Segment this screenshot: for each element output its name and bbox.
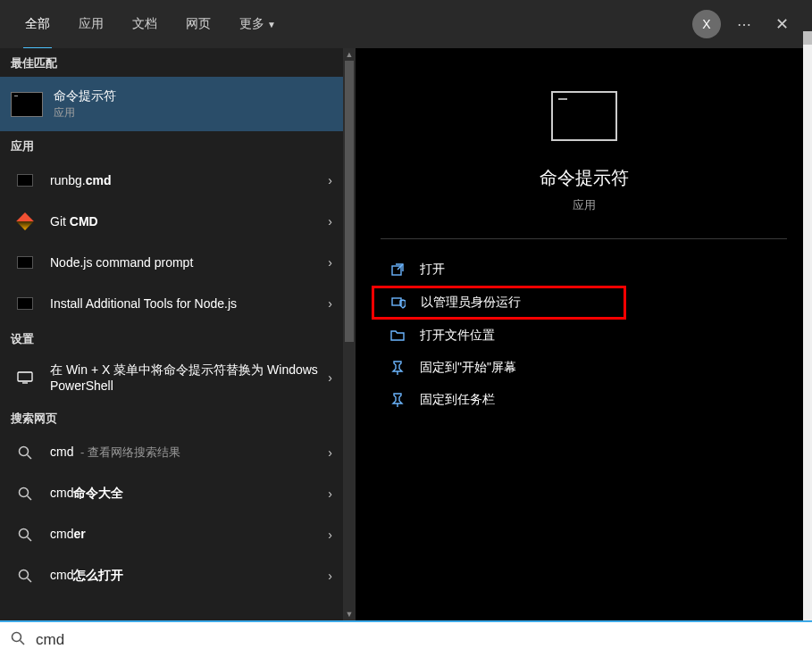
result-title: cmd怎么打开 — [50, 567, 321, 583]
chevron-right-icon: › — [328, 569, 332, 583]
svg-line-9 — [28, 578, 32, 582]
result-title: cmd - 查看网络搜索结果 — [50, 444, 321, 461]
chevron-right-icon: › — [328, 370, 332, 385]
search-icon — [11, 564, 39, 587]
result-text: runbg.cmd — [50, 172, 321, 188]
action-run-as-admin[interactable]: 以管理员身份运行 — [372, 286, 626, 320]
result-subtitle: 应用 — [54, 105, 332, 121]
action-pin-start[interactable]: 固定到"开始"屏幕 — [381, 352, 787, 384]
close-button[interactable]: ✕ — [767, 10, 796, 38]
preview-subtitle: 应用 — [573, 197, 596, 213]
result-web-cmd-howto[interactable]: cmd怎么打开 › — [0, 555, 343, 596]
cmd-icon — [11, 251, 39, 274]
actions-list: 打开 以管理员身份运行 打开文件位置 — [381, 239, 787, 416]
section-settings: 设置 — [0, 324, 343, 353]
result-text: Node.js command prompt — [50, 254, 321, 270]
tab-more[interactable]: 更多▼ — [230, 11, 285, 37]
action-pin-taskbar[interactable]: 固定到任务栏 — [381, 384, 787, 416]
open-icon — [389, 262, 406, 278]
chevron-right-icon: › — [328, 214, 332, 229]
cmd-icon — [11, 292, 39, 315]
result-title: Install Additional Tools for Node.js — [50, 295, 321, 312]
svg-point-6 — [20, 528, 29, 537]
tab-all[interactable]: 全部 — [16, 11, 59, 37]
results-scrollbar[interactable]: ▲ ▼ — [343, 48, 356, 620]
tab-web[interactable]: 网页 — [177, 11, 220, 37]
result-title: Git CMD — [50, 213, 321, 229]
result-text: cmd命令大全 — [50, 485, 321, 501]
section-apps: 应用 — [0, 131, 343, 160]
result-web-cmd-commands[interactable]: cmd命令大全 › — [0, 473, 343, 514]
section-best-match: 最佳匹配 — [0, 48, 343, 77]
scroll-down-icon[interactable]: ▼ — [343, 608, 356, 620]
scrollbar-thumb[interactable] — [345, 61, 354, 342]
action-open[interactable]: 打开 — [381, 254, 787, 286]
result-text: Git CMD — [50, 213, 321, 229]
inline-sub: - 查看网络搜索结果 — [77, 445, 180, 459]
svg-rect-0 — [18, 372, 32, 381]
svg-line-5 — [28, 495, 32, 500]
tab-apps[interactable]: 应用 — [70, 11, 113, 37]
results-list: 最佳匹配 命令提示符 应用 应用 runbg.cmd › — [0, 48, 343, 596]
chevron-right-icon: › — [328, 445, 332, 460]
result-title: 命令提示符 — [54, 87, 332, 104]
chevron-right-icon: › — [328, 528, 332, 542]
svg-line-16 — [21, 640, 25, 645]
pin-icon — [389, 392, 406, 408]
svg-line-11 — [398, 264, 403, 270]
search-icon — [11, 631, 25, 649]
result-app-gitcmd[interactable]: Git CMD › — [0, 201, 343, 242]
pin-icon — [389, 360, 406, 376]
result-title: cmder — [50, 526, 321, 542]
result-text: 命令提示符 应用 — [54, 87, 332, 121]
svg-point-2 — [20, 446, 29, 455]
action-label: 固定到"开始"屏幕 — [420, 360, 516, 376]
results-panel: 最佳匹配 命令提示符 应用 应用 runbg.cmd › — [0, 48, 356, 620]
result-app-nodejs[interactable]: Node.js command prompt › — [0, 242, 343, 283]
svg-point-8 — [20, 570, 29, 578]
result-text: cmd怎么打开 — [50, 567, 321, 583]
search-window: 全部 应用 文档 网页 更多▼ X ⋯ ✕ 最佳匹配 命令提示符 应用 — [0, 0, 812, 620]
chevron-right-icon: › — [328, 296, 332, 311]
result-app-runbg[interactable]: runbg.cmd › — [0, 160, 343, 201]
result-web-cmd[interactable]: cmd - 查看网络搜索结果 › — [0, 432, 343, 473]
chevron-right-icon: › — [328, 487, 332, 501]
result-title: 在 Win + X 菜单中将命令提示符替换为 Windows PowerShel… — [50, 362, 321, 394]
search-icon — [11, 441, 39, 464]
filter-tabs: 全部 应用 文档 网页 更多▼ — [16, 11, 285, 37]
search-icon — [11, 482, 39, 505]
result-best-match[interactable]: 命令提示符 应用 — [0, 77, 343, 131]
folder-icon — [389, 328, 406, 344]
action-label: 打开 — [420, 262, 445, 278]
preview-cmd-icon — [551, 91, 617, 141]
header: 全部 应用 文档 网页 更多▼ X ⋯ ✕ — [0, 0, 812, 48]
cmd-file-icon — [11, 169, 39, 192]
settings-monitor-icon — [11, 366, 39, 389]
cmd-icon — [11, 91, 43, 118]
tab-more-label: 更多 — [239, 16, 264, 30]
search-input[interactable] — [36, 631, 801, 649]
chevron-right-icon: › — [328, 255, 332, 270]
chevron-down-icon: ▼ — [267, 20, 276, 29]
svg-line-7 — [28, 536, 32, 541]
svg-point-4 — [20, 487, 29, 496]
result-text: cmd - 查看网络搜索结果 — [50, 444, 321, 461]
result-title: Node.js command prompt — [50, 254, 321, 270]
result-app-install-tools[interactable]: Install Additional Tools for Node.js › — [0, 283, 343, 324]
avatar[interactable]: X — [692, 10, 721, 38]
svg-point-15 — [13, 632, 21, 641]
more-options-button[interactable]: ⋯ — [730, 10, 758, 38]
action-open-location[interactable]: 打开文件位置 — [381, 320, 787, 352]
body: 最佳匹配 命令提示符 应用 应用 runbg.cmd › — [0, 48, 812, 620]
result-setting-winx[interactable]: 在 Win + X 菜单中将命令提示符替换为 Windows PowerShel… — [0, 353, 343, 403]
tab-docs[interactable]: 文档 — [123, 11, 166, 37]
result-text: cmder — [50, 526, 321, 542]
result-title: runbg.cmd — [50, 172, 321, 188]
git-icon — [11, 210, 39, 233]
scroll-up-icon[interactable]: ▲ — [343, 48, 356, 61]
action-label: 以管理员身份运行 — [421, 295, 521, 311]
action-label: 固定到任务栏 — [420, 392, 495, 408]
result-web-cmder[interactable]: cmder › — [0, 514, 343, 555]
page-scrollbar[interactable] — [803, 31, 812, 652]
search-icon — [11, 523, 39, 546]
